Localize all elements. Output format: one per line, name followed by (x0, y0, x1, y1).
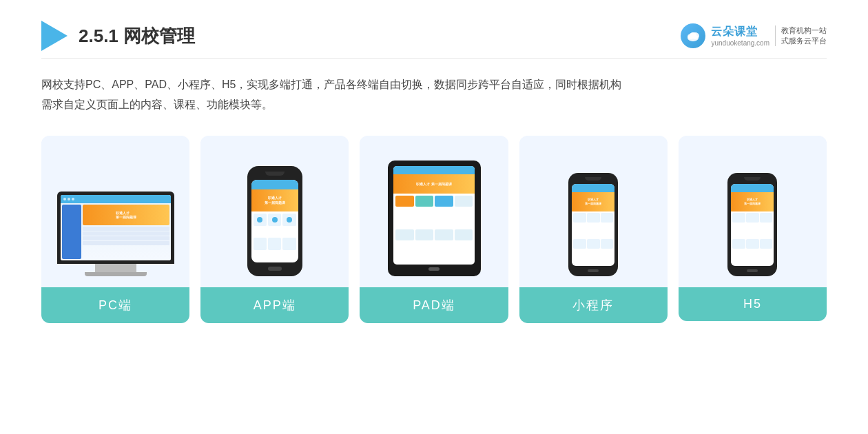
hg3 (760, 213, 773, 223)
monitor: 职通人才第一届闯题课 (57, 192, 174, 264)
card-h5-image: 职通人才第一届闯题课 (679, 136, 827, 287)
card-h5-label: H5 (679, 287, 827, 321)
card-pad-label: PAD端 (360, 287, 508, 323)
card-app-image: 职通人才第一届闯题课 (200, 136, 349, 287)
phone-home-btn (268, 267, 282, 271)
mini-top (572, 184, 614, 192)
screen-sidebar (62, 205, 81, 259)
h5-screen: 职通人才第一届闯题课 (731, 184, 774, 266)
card-mini-image: 职通人才第一届闯题课 (519, 136, 668, 287)
tablet-grid (393, 194, 475, 265)
monitor-base (95, 264, 136, 272)
mg3 (601, 213, 614, 223)
mini-phone-screen: 职通人才第一届闯题课 (572, 184, 614, 266)
grid4 (254, 238, 267, 250)
card-mini-label: 小程序 (519, 287, 668, 323)
screen-row4 (83, 241, 169, 245)
tg6 (415, 229, 434, 240)
mini-phone-mockup: 职通人才第一届闯题课 (568, 173, 618, 276)
dot1 (63, 198, 66, 200)
monitor-foot (85, 272, 147, 276)
mini-grid (572, 211, 614, 266)
mg6 (601, 239, 614, 249)
description-line1: 网校支持PC、APP、PAD、小程序、H5，实现多端打通，产品各终端自由切换，数… (41, 75, 827, 95)
brand-text: 云朵课堂 yunduoketang.com (711, 25, 769, 47)
phone-screen: 职通人才第一届闯题课 (251, 180, 298, 262)
phone-body: 职通人才第一届闯题课 (247, 166, 302, 276)
monitor-top-bar (61, 195, 171, 203)
dot2 (68, 198, 70, 200)
tablet-banner-text: 职通人才 第一届闯题课 (416, 182, 451, 186)
screen-rows (83, 227, 169, 245)
phone-screen-grid (251, 211, 298, 262)
tg5 (395, 229, 414, 240)
brand-icon (681, 23, 705, 48)
screen-row3 (83, 236, 169, 240)
tablet-banner: 职通人才 第一届闯题课 (393, 174, 475, 194)
grid-dot3 (287, 217, 292, 223)
brand-logo: 云朵课堂 yunduoketang.com 教育机构一站 式服务云平台 (681, 23, 827, 48)
app-phone-mockup: 职通人才第一届闯题课 (247, 166, 302, 276)
brand-name: 云朵课堂 (711, 25, 758, 39)
grid-dot1 (257, 217, 262, 223)
screen-row1 (83, 227, 169, 231)
phone-screen-top (251, 180, 298, 189)
page: 2.5.1 网校管理 云朵课堂 yunduoketang.com (0, 0, 868, 434)
brand-slogan: 教育机构一站 式服务云平台 (775, 25, 827, 47)
page-title: 2.5.1 网校管理 (79, 24, 195, 48)
screen-banner-text: 职通人才第一届闯题课 (116, 211, 136, 219)
mg1 (573, 213, 586, 223)
hg2 (746, 213, 759, 223)
card-pc-label: PC端 (41, 287, 189, 323)
screen-content: 职通人才第一届闯题课 (83, 205, 169, 259)
slogan-line2: 式服务云平台 (781, 36, 827, 46)
monitor-screen: 职通人才第一届闯题课 (61, 195, 171, 260)
tablet-home-btn (428, 267, 440, 271)
tablet-mockup: 职通人才 第一届闯题课 (388, 161, 481, 276)
description: 网校支持PC、APP、PAD、小程序、H5，实现多端打通，产品各终端自由切换，数… (41, 75, 827, 115)
mini-banner-text: 职通人才第一届闯题课 (585, 198, 601, 205)
h5-home-btn (747, 269, 758, 272)
grid1 (254, 214, 267, 226)
h5-banner: 职通人才第一届闯题课 (731, 192, 774, 211)
brand-url: yunduoketang.com (711, 39, 769, 47)
title-prefix: 2.5.1 (79, 25, 123, 46)
dot3 (72, 198, 74, 200)
tablet-top-bar (393, 166, 475, 174)
header: 2.5.1 网校管理 云朵课堂 yunduoketang.com (41, 21, 827, 59)
card-app-label: APP端 (200, 287, 349, 323)
screen-row2 (83, 231, 169, 236)
mini-phone-body: 职通人才第一届闯题课 (568, 173, 618, 276)
monitor-body: 职通人才第一届闯题课 (61, 203, 171, 260)
tg4 (455, 196, 473, 207)
mini-home-btn (588, 269, 599, 272)
card-pad: 职通人才 第一届闯题课 (360, 136, 508, 323)
tablet-body: 职通人才 第一届闯题课 (388, 161, 481, 276)
card-app: 职通人才第一届闯题课 (200, 136, 349, 323)
card-pc-image: 职通人才第一届闯题课 (41, 136, 189, 287)
tablet-screen: 职通人才 第一届闯题课 (393, 166, 475, 265)
tg7 (435, 229, 453, 240)
grid-dot2 (272, 217, 278, 223)
grid3 (282, 214, 296, 226)
hg6 (760, 239, 773, 249)
header-left: 2.5.1 网校管理 (41, 21, 195, 51)
h5-top (731, 184, 774, 192)
title-main: 网校管理 (123, 25, 195, 46)
card-pc: 职通人才第一届闯题课 (41, 136, 189, 323)
logo-triangle-icon (41, 21, 68, 51)
tg2 (415, 196, 434, 207)
h5-grid (731, 211, 774, 266)
description-line2: 需求自定义页面上的内容、课程、功能模块等。 (41, 95, 827, 115)
h5-phone-mockup: 职通人才第一届闯题课 (727, 173, 777, 276)
tg1 (395, 196, 414, 207)
card-pad-image: 职通人才 第一届闯题课 (360, 136, 508, 287)
h5-phone-body: 职通人才第一届闯题课 (727, 173, 777, 276)
mg2 (587, 213, 600, 223)
card-h5: 职通人才第一届闯题课 (679, 136, 827, 321)
svg-point-3 (690, 32, 696, 38)
screen-banner: 职通人才第一届闯题课 (83, 205, 169, 225)
header-right: 云朵课堂 yunduoketang.com 教育机构一站 式服务云平台 (681, 23, 827, 48)
tg3 (435, 196, 453, 207)
mg4 (573, 239, 586, 249)
